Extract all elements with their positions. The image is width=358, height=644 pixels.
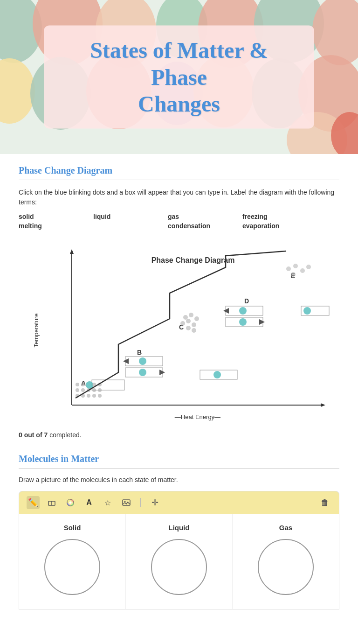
svg-point-55 — [192, 328, 196, 333]
svg-rect-73 — [48, 501, 55, 505]
svg-marker-19 — [321, 403, 325, 407]
terms-row-2: melting condensation evaporation — [19, 222, 339, 230]
term-solid: solid — [19, 213, 93, 220]
term-evaporation: evaporation — [242, 222, 317, 230]
svg-point-36 — [76, 383, 79, 386]
svg-point-50 — [192, 322, 196, 327]
phase-change-diagram: Temperature —Heat Energy— Phase Change D… — [25, 237, 333, 424]
svg-point-43 — [139, 357, 146, 365]
term-melting: melting — [19, 222, 93, 230]
svg-text:—Heat Energy—: —Heat Energy— — [175, 413, 220, 420]
star-tool[interactable]: ☆ — [101, 496, 114, 509]
toolbar-sep — [140, 498, 141, 507]
svg-point-61 — [239, 307, 247, 315]
page-title: States of Matter & Phase Changes — [62, 37, 296, 118]
svg-point-69 — [306, 265, 311, 269]
svg-text:B: B — [137, 349, 142, 356]
state-gas-circle[interactable] — [258, 539, 314, 595]
svg-point-52 — [189, 313, 193, 317]
section-divider-1 — [19, 180, 339, 180]
svg-point-70 — [291, 272, 296, 277]
state-solid-column: Solid — [19, 514, 126, 609]
svg-text:Phase Change Diagram: Phase Change Diagram — [151, 256, 235, 264]
page-header: States of Matter & Phase Changes — [0, 0, 358, 154]
svg-point-29 — [92, 394, 96, 398]
svg-point-76 — [69, 502, 72, 504]
svg-point-30 — [98, 394, 102, 398]
pencil-tool[interactable]: ✏️ — [27, 496, 40, 509]
svg-point-46 — [139, 369, 146, 376]
main-content: Phase Change Diagram Click on the blue b… — [0, 154, 358, 621]
svg-point-68 — [300, 268, 305, 273]
state-solid-circle[interactable] — [44, 539, 100, 595]
section-divider-2 — [19, 468, 339, 469]
svg-marker-17 — [70, 249, 74, 254]
state-liquid-circle[interactable] — [151, 539, 207, 595]
svg-point-53 — [194, 316, 199, 321]
svg-point-66 — [286, 266, 291, 271]
state-gas-label: Gas — [279, 524, 292, 532]
eraser-tool[interactable] — [45, 496, 58, 509]
state-gas-column: Gas — [233, 514, 339, 609]
svg-point-51 — [183, 315, 188, 320]
molecules-heading: Molecules in Matter — [19, 454, 339, 464]
svg-point-32 — [81, 388, 85, 392]
text-tool[interactable]: A — [83, 496, 96, 509]
term-gas: gas — [168, 213, 242, 220]
svg-point-54 — [186, 326, 191, 330]
phase-change-section: Phase Change Diagram Click on the blue b… — [19, 165, 339, 439]
progress-text: 0 out of 7 completed. — [19, 431, 339, 439]
svg-point-34 — [92, 388, 96, 392]
move-tool[interactable]: ✛ — [148, 496, 161, 509]
state-liquid-label: Liquid — [169, 524, 190, 532]
svg-point-72 — [303, 307, 311, 315]
term-condensation: condensation — [168, 222, 242, 230]
svg-rect-77 — [123, 500, 130, 505]
state-liquid-column: Liquid — [126, 514, 233, 609]
svg-text:D: D — [244, 297, 249, 305]
svg-point-31 — [76, 388, 79, 392]
molecules-instructions: Draw a picture of the molecules in each … — [19, 476, 339, 483]
svg-point-28 — [87, 394, 90, 398]
drawing-area[interactable]: Solid Liquid Gas — [19, 514, 339, 609]
term-liquid: liquid — [93, 213, 168, 220]
progress-suffix: completed. — [49, 431, 81, 439]
svg-point-35 — [98, 388, 102, 392]
svg-point-57 — [213, 371, 221, 378]
phase-instructions: Click on the blue blinking dots and a bo… — [19, 188, 339, 207]
state-solid-label: Solid — [64, 524, 81, 532]
image-tool[interactable] — [120, 496, 133, 509]
title-box: States of Matter & Phase Changes — [44, 26, 314, 129]
svg-point-7 — [0, 58, 35, 124]
svg-point-49 — [186, 319, 191, 323]
phase-diagram-container: Temperature —Heat Energy— Phase Change D… — [19, 237, 339, 424]
term-freezing: freezing — [242, 213, 317, 220]
svg-point-64 — [239, 318, 247, 326]
states-grid: Solid Liquid Gas — [19, 514, 339, 609]
svg-point-67 — [293, 264, 298, 268]
delete-tool[interactable]: 🗑 — [318, 496, 331, 509]
terms-row-1: solid liquid gas freezing — [19, 213, 339, 220]
phase-change-heading: Phase Change Diagram — [19, 165, 339, 176]
drawing-toolbar: ✏️ A ☆ — [19, 491, 339, 514]
molecules-section: Molecules in Matter Draw a picture of th… — [19, 454, 339, 609]
progress-count: 0 out of 7 — [19, 431, 48, 439]
svg-point-48 — [180, 321, 185, 326]
svg-text:Temperature: Temperature — [33, 314, 40, 348]
svg-point-37 — [81, 383, 85, 386]
color-tool[interactable] — [64, 496, 77, 509]
